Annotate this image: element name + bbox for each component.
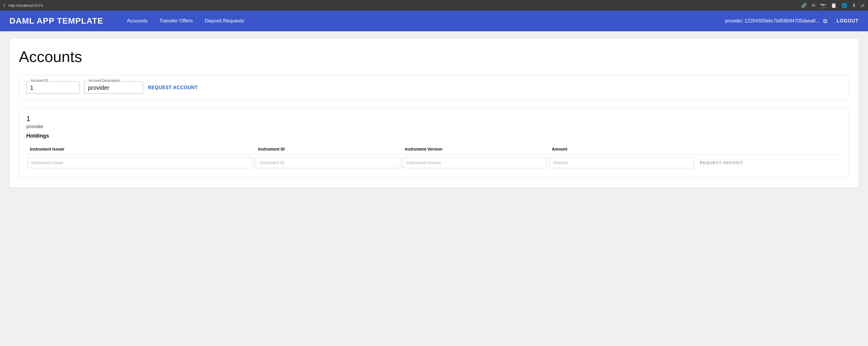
download-icon[interactable]: ⬇ [852,3,856,8]
mail-icon[interactable]: ✉ [812,3,815,8]
col-header-action [695,144,842,155]
request-account-button[interactable]: REQUEST ACCOUNT [148,85,198,90]
instrument-version-cell [402,155,548,171]
account-description-value[interactable]: provider [88,84,140,91]
account-description-text: provider [26,124,842,129]
party-id: provider::12204300ebc7b658b94705daea8... [725,18,819,24]
col-header-amount: Amount [548,144,695,155]
table-header-row: Instrument Issuer Instrument ID Instrume… [26,144,842,155]
instrument-id-cell [254,155,401,171]
instrument-issuer-cell [26,155,254,171]
col-header-id: Instrument ID [254,144,401,155]
globe-icon[interactable]: 🌐 [841,3,847,8]
nav-transfer-offers[interactable]: Transfer Offers [159,18,193,24]
browser-url: http://localhost:5174 [8,3,43,8]
account-description-field: Account Description provider [84,81,143,94]
request-deposit-cell: REQUEST DEPOSIT [695,155,842,171]
nav-accounts[interactable]: Accounts [127,18,148,24]
copy-icon[interactable]: ⧉ [823,18,827,25]
logout-button[interactable]: LOGOUT [837,18,859,24]
account-card: 1 provider Holdings Instrument Issuer In… [19,107,849,178]
account-number: 1 [26,115,842,123]
amount-cell [548,155,695,171]
holdings-title: Holdings [26,133,842,139]
holdings-table: Instrument Issuer Instrument ID Instrume… [26,144,842,170]
page-title: Accounts [19,48,849,66]
instrument-issuer-input[interactable] [27,157,253,168]
account-id-field: Account ID 1 [26,81,80,94]
info-icon: ℹ [4,3,5,8]
page-card: Accounts Account ID 1 Account Descriptio… [9,38,859,187]
navbar: DAML APP TEMPLATE Accounts Transfer Offe… [0,11,868,31]
app-brand: DAML APP TEMPLATE [9,16,103,26]
account-id-label: Account ID [30,78,49,83]
browser-bar: ℹ http://localhost:5174 🔗 ✉ 📷 📋 🌐 ⬇ ⇄ [0,0,868,11]
request-deposit-button[interactable]: REQUEST DEPOSIT [696,157,747,168]
amount-input[interactable] [550,157,694,168]
account-description-label: Account Description [87,78,121,83]
clipboard-icon[interactable]: 📋 [831,3,837,8]
account-request-form: Account ID 1 Account Description provide… [19,75,849,100]
browser-icons: 🔗 ✉ 📷 📋 🌐 ⬇ ⇄ [801,3,864,8]
navbar-nav: Accounts Transfer Offers Deposit Request… [127,18,725,24]
nav-deposit-requests[interactable]: Deposit Requests [205,18,244,24]
main-content: Accounts Account ID 1 Account Descriptio… [0,31,868,194]
transfer-icon[interactable]: ⇄ [861,3,864,8]
navbar-right: provider::12204300ebc7b658b94705daea8...… [725,18,859,25]
holdings-form-row: REQUEST DEPOSIT [26,155,842,171]
link-icon[interactable]: 🔗 [801,3,807,8]
camera-icon[interactable]: 📷 [820,3,826,8]
instrument-version-input[interactable] [403,157,547,168]
account-id-value[interactable]: 1 [30,84,75,91]
col-header-version: Instrument Version [402,144,548,155]
instrument-id-input[interactable] [256,157,400,168]
col-header-issuer: Instrument Issuer [26,144,254,155]
